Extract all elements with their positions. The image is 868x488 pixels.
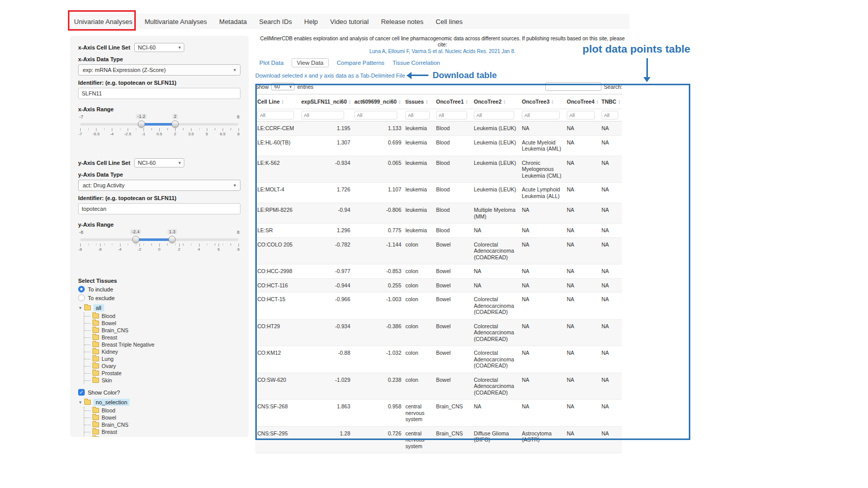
radio-to-include[interactable]: To include (78, 286, 240, 292)
column-header-oncotree1[interactable]: OncoTree1▲▼ (434, 94, 472, 109)
nav-item-univariate-analyses[interactable]: Univariate Analyses (74, 18, 132, 26)
slider-handle-to[interactable] (168, 236, 176, 243)
filter-input-oncotree1[interactable] (436, 111, 467, 119)
tab-compare-patterns[interactable]: Compare Patterns (337, 60, 384, 66)
table-row[interactable]: LE:SR1.2960.775leukemiaBloodNANANANA (255, 224, 622, 238)
x-cell-line-set-value: NCI-60 (138, 44, 156, 51)
filter-input-tissues[interactable] (405, 111, 430, 119)
tree-node-brain-cns[interactable]: Brain_CNS (84, 421, 240, 428)
table-row[interactable]: CO:HCT-116-0.9440.255colonBowelNANANANA (255, 278, 622, 292)
table-cell: NA (565, 135, 599, 156)
radio-to-exclude[interactable]: To exclude (78, 295, 240, 301)
table-row[interactable]: CNS:SF-2681.8630.958central nervous syst… (255, 400, 622, 427)
column-header-expslfn11-nci60[interactable]: expSLFN11_nci60▲▼ (299, 94, 352, 109)
column-header-act609699-nci60[interactable]: act609699_nci60▲▼ (352, 94, 403, 109)
show-color-checkbox[interactable]: ✓ Show Color? (78, 389, 240, 396)
filter-input-expslfn11-nci60[interactable] (301, 111, 344, 119)
column-header-tnbc[interactable]: TNBC▲▼ (599, 94, 622, 109)
table-cell: NA (599, 183, 622, 203)
tree-node-prostate[interactable]: Prostate (84, 370, 240, 377)
y-axis-range-slider[interactable]: -88-2.41.3-8-6-4-202468 (80, 230, 238, 256)
tree-caret-icon[interactable]: ▾ (79, 305, 82, 310)
table-row[interactable]: CO:KM12-0.88-1.032colonBowelColorectal A… (255, 346, 622, 373)
slider-handle-from[interactable] (138, 120, 145, 128)
tree-node-kidney[interactable]: Kidney (84, 348, 240, 355)
filter-input-cell-line[interactable] (257, 111, 294, 119)
table-row[interactable]: CO:HCC-2998-0.977-0.853colonBowelNANANAN… (255, 264, 622, 279)
table-row[interactable]: CO:SW-620-1.0290.238colonBowelColorectal… (255, 373, 622, 400)
filter-input-act609699-nci60[interactable] (354, 111, 397, 119)
chevron-down-icon: ▾ (290, 84, 292, 89)
x-range-label: x-Axis Range (78, 106, 240, 112)
table-row[interactable]: LE:CCRF-CEM1.1951.133leukemiaBloodLeukem… (255, 121, 622, 136)
tree-node-bowel[interactable]: Bowel (84, 320, 240, 327)
x-cell-line-set-select[interactable]: NCI-60 ▾ (134, 43, 184, 52)
tree-node-breast-triple-negative[interactable]: Breast Triple Negative (84, 341, 240, 348)
table-cell: CO:HCT-15 (255, 292, 299, 320)
tab-tissue-correlation[interactable]: Tissue Correlation (393, 60, 440, 66)
nav-item-cell-lines[interactable]: Cell lines (436, 18, 463, 26)
tree-node-no-selection[interactable]: no_selection (93, 399, 130, 406)
tree-node-lung[interactable]: Lung (84, 355, 240, 362)
table-row[interactable]: CO:HT29-0.934-0.386colonBowelColorectal … (255, 319, 622, 346)
filter-input-tnbc[interactable] (601, 111, 618, 119)
table-cell: 0.775 (352, 224, 403, 238)
filter-input-oncotree2[interactable] (474, 111, 514, 119)
column-header-oncotree2[interactable]: OncoTree2▲▼ (472, 94, 520, 109)
table-cell: CO:HT29 (255, 319, 299, 346)
slider-handle-to[interactable] (172, 120, 179, 128)
tree-node-all[interactable]: all (93, 304, 104, 311)
entries-label: entries (297, 84, 314, 90)
filter-input-oncotree4[interactable] (567, 111, 595, 119)
column-header-tissues[interactable]: tissues▲▼ (403, 94, 434, 109)
slider-handle-from[interactable] (132, 236, 139, 243)
table-row[interactable]: LE:HL-60(TB)1.3070.699leukemiaBloodLeuke… (255, 135, 622, 156)
download-link[interactable]: Download selected x and y axis data as a… (255, 72, 405, 79)
column-header-oncotree3[interactable]: OncoTree3▲▼ (520, 94, 565, 109)
tree-node-brain-cns[interactable]: Brain_CNS (84, 327, 240, 334)
tab-view-data[interactable]: View Data (292, 58, 328, 67)
tree-node-ovary[interactable]: Ovary (84, 362, 240, 370)
table-row[interactable]: LE:K-562-0.9340.065leukemiaBloodLeukemia… (255, 156, 622, 183)
citation-link[interactable]: Luna A, Elloumi F, Varma S et al. Nuclei… (255, 48, 630, 55)
table-row[interactable]: CNS:SF-2951.280.726central nervous syste… (255, 426, 622, 453)
tree-node-blood[interactable]: Blood (84, 407, 240, 414)
tab-plot-data[interactable]: Plot Data (259, 60, 283, 66)
y-cell-line-set-select[interactable]: NCI-60 ▾ (134, 158, 184, 167)
nav-item-video-tutorial[interactable]: Video tutorial (330, 18, 369, 26)
column-header-oncotree4[interactable]: OncoTree4▲▼ (565, 94, 599, 109)
nav-item-metadata[interactable]: Metadata (219, 18, 247, 26)
tree-node-breast-triple-negative[interactable]: Breast Triple Negative (84, 435, 240, 437)
entries-select[interactable]: 60 ▾ (271, 83, 295, 90)
table-cell: NA (520, 319, 565, 346)
table-row[interactable]: LE:MOLT-41.7261.107leukemiaBloodLeukemia… (255, 183, 622, 203)
table-row[interactable]: LE:RPMI-8226-0.94-0.806leukemiaBloodMult… (255, 203, 622, 224)
tree-node-blood[interactable]: Blood (84, 312, 240, 320)
sort-icon: ▲▼ (465, 100, 468, 105)
table-cell: 0.065 (352, 156, 403, 183)
table-row[interactable]: CO:HCT-15-0.966-1.003colonBowelColorecta… (255, 292, 622, 320)
search-label: Search: (604, 84, 622, 90)
table-cell: -1.003 (352, 292, 403, 320)
table-row[interactable]: CO:COLO 205-0.782-1.144colonBowelColorec… (255, 237, 622, 264)
tree-node-skin[interactable]: Skin (84, 377, 240, 384)
nav-item-help[interactable]: Help (304, 18, 318, 26)
nav-item-search-ids[interactable]: Search IDs (259, 18, 292, 26)
table-filter-row (255, 109, 622, 121)
nav-item-multivariate-analyses[interactable]: Multivariate Analyses (144, 18, 207, 26)
y-data-type-select[interactable]: act: Drug Activity ▾ (78, 180, 240, 191)
tree-node-breast[interactable]: Breast (84, 428, 240, 435)
tree-node-breast[interactable]: Breast (84, 334, 240, 341)
x-axis-range-slider[interactable]: -78-1.22-7-5.5-4-2.5-10.523.556.58 (80, 114, 238, 141)
filter-input-oncotree3[interactable] (522, 111, 560, 119)
column-header-cell-line[interactable]: Cell Line▲▼ (255, 94, 299, 109)
y-identifier-input[interactable] (78, 203, 240, 214)
tree-node-bowel[interactable]: Bowel (84, 414, 240, 421)
x-data-type-select[interactable]: exp: mRNA Expression (Z-Score) ▾ (78, 64, 240, 76)
table-cell: colon (403, 237, 434, 264)
tree-caret-icon[interactable]: ▾ (79, 400, 82, 405)
exclude-tissue-tree: ▾no_selectionBloodBowelBrain_CNSBreastBr… (79, 399, 240, 437)
x-identifier-input[interactable] (78, 88, 240, 99)
nav-item-release-notes[interactable]: Release notes (381, 18, 423, 26)
search-input[interactable] (545, 82, 601, 91)
